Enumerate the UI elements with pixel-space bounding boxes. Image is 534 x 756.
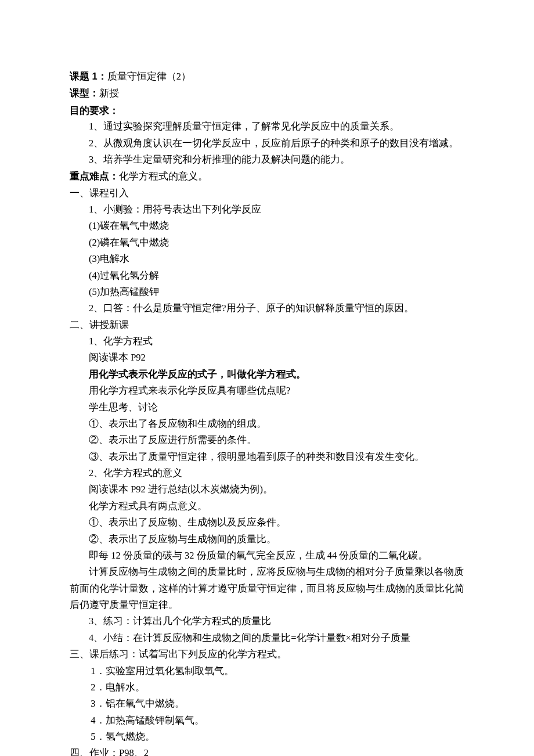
title-label: 课题 1： bbox=[70, 71, 107, 81]
quiz-item: (3)电解水 bbox=[70, 251, 464, 267]
meaning-item: ②、表示出了反应物与生成物间的质量比。 bbox=[70, 531, 464, 548]
s2-p2-intro: 化学方程式具有两点意义。 bbox=[70, 498, 464, 514]
advantage-item: ①、表示出了各反应物和生成物的组成。 bbox=[70, 416, 464, 432]
req-label: 目的要求： bbox=[70, 102, 464, 118]
advantage-item: ②、表示出了反应进行所需要的条件。 bbox=[70, 432, 464, 448]
exercise-item: 4．加热高锰酸钾制氧气。 bbox=[70, 712, 464, 729]
type-value: 新授 bbox=[99, 88, 119, 99]
exercise-item: 3．铝在氧气中燃烧。 bbox=[70, 696, 464, 712]
quiz-item: (4)过氧化氢分解 bbox=[70, 268, 464, 284]
kd-line: 重点难点：化学方程式的意义。 bbox=[70, 168, 464, 185]
meaning-item: ①、表示出了反应物、生成物以及反应条件。 bbox=[70, 514, 464, 531]
s2-p1-def: 用化学式表示化学反应的式子，叫做化学方程式。 bbox=[70, 366, 464, 383]
s2-p2: 2、化学方程式的意义 bbox=[70, 465, 464, 481]
kd-label: 重点难点： bbox=[70, 171, 119, 181]
quiz-item: (2)磷在氧气中燃烧 bbox=[70, 235, 464, 251]
section3-title: 三、课后练习：试着写出下列反应的化学方程式。 bbox=[70, 646, 464, 663]
s2-p1-q: 用化学方程式来表示化学反应具有哪些优点呢? bbox=[70, 383, 464, 399]
s2-p2-ex: 即每 12 份质量的碳与 32 份质量的氧气完全反应，生成 44 份质量的二氧化… bbox=[70, 548, 464, 564]
kd-value: 化学方程式的意义。 bbox=[119, 171, 208, 182]
quiz-title: 1、小测验：用符号表达出下列化学反应 bbox=[70, 201, 464, 218]
s2-p1-think: 学生思考、讨论 bbox=[70, 399, 464, 416]
advantage-item: ③、表示出了质量守恒定律，很明显地看到原子的种类和数目没有发生变化。 bbox=[70, 449, 464, 465]
exercise-item: 5．氢气燃烧。 bbox=[70, 729, 464, 745]
s2-p2-read: 阅读课本 P92 进行总结(以木炭燃烧为例)。 bbox=[70, 481, 464, 498]
type-line: 课型：新授 bbox=[70, 85, 464, 102]
s2-p2-calc: 计算反应物与生成物之间的质量比时，应将反应物与生成物的相对分子质量乘以各物质前面… bbox=[70, 564, 464, 613]
exercise-item: 2．电解水。 bbox=[70, 679, 464, 696]
req-item: 3、培养学生定量研究和分析推理的能力及解决问题的能力。 bbox=[70, 152, 464, 168]
s2-p1: 1、化学方程式 bbox=[70, 333, 464, 350]
section4-title: 四、作业：P98、2 bbox=[70, 745, 464, 756]
req-item: 2、从微观角度认识在一切化学反应中，反应前后原子的种类和原子的数目没有增减。 bbox=[70, 135, 464, 152]
oral-question: 2、口答：什么是质量守恒定律?用分子、原子的知识解释质量守恒的原因。 bbox=[70, 300, 464, 316]
section2-title: 二、讲授新课 bbox=[70, 317, 464, 333]
s2-p4: 4、小结：在计算反应物和生成物之间的质量比=化学计量数×相对分子质量 bbox=[70, 630, 464, 646]
type-label: 课型： bbox=[70, 88, 99, 98]
quiz-item: (1)碳在氧气中燃烧 bbox=[70, 218, 464, 234]
title-value: 质量守恒定律（2） bbox=[107, 71, 191, 82]
title-line: 课题 1：质量守恒定律（2） bbox=[70, 68, 464, 85]
section1-title: 一、课程引入 bbox=[70, 185, 464, 201]
quiz-item: (5)加热高锰酸钾 bbox=[70, 284, 464, 300]
s2-p3: 3、练习：计算出几个化学方程式的质量比 bbox=[70, 613, 464, 629]
s2-p1-read: 阅读课本 P92 bbox=[70, 350, 464, 366]
req-item: 1、通过实验探究理解质量守恒定律，了解常见化学反应中的质量关系。 bbox=[70, 118, 464, 135]
exercise-item: 1．实验室用过氧化氢制取氧气。 bbox=[70, 663, 464, 679]
